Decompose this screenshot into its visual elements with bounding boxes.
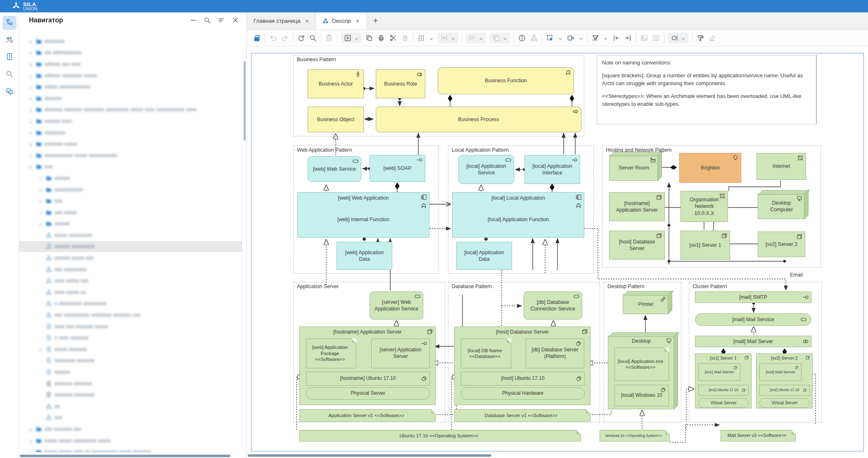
tree-item[interactable]: xxxxx xxxxx xxxxxxxxx xxxxx [19,435,242,446]
tree-item[interactable]: xxx [19,195,242,207]
chevron-right-icon[interactable] [38,176,43,181]
node-sv2-server-container[interactable]: [sv2] Server 2 [sv2] Mail Server [sv2] U… [756,353,813,408]
tree-item[interactable]: xxx [19,412,242,424]
node-local-application-data[interactable]: [local] Application Data [456,242,512,270]
close-icon[interactable] [232,17,239,24]
minimize-icon[interactable] [190,17,197,24]
chevron-right-icon[interactable] [28,39,33,44]
node-local-windows-10[interactable]: [local] Windows 10 [614,385,669,406]
node-mail-service[interactable]: [mail] Mail Service [695,313,811,326]
chevron-right-icon[interactable] [28,84,33,89]
node-local-application-interface[interactable]: [local] Application Interface [524,155,580,184]
node-printer[interactable]: Printer [623,294,669,314]
node-organisation-network[interactable]: Organisation Network 10.0.X.X [681,191,728,222]
tree-item[interactable]: xxxxx xxxxx xxxx xx xxxxxxxxxx xxxxx xxx… [19,446,242,452]
node-application-server-v1[interactable]: Application Server v1 <<Software>> [299,409,436,422]
align-icon[interactable] [468,34,477,42]
tree-item[interactable]: x xxxx xxxxxxx [19,332,242,344]
chevron-right-icon[interactable] [28,438,33,443]
tree-item[interactable]: xxxxxxx xxxxxxx [19,378,242,389]
tree-item[interactable]: xxxxxx xxxx [19,115,242,127]
chevron-right-icon[interactable] [38,210,43,215]
chevron-right-icon[interactable] [38,221,43,226]
node-hostname-application-server-container[interactable]: [hostname] Application Server [web] Appl… [299,327,436,405]
node-business-function[interactable]: Business Function [438,67,574,94]
new-tab-button[interactable]: + [367,12,385,29]
node-hostname-application-server[interactable]: [hostname] Application Server [609,192,665,221]
node-db-connection-service[interactable]: [db] Database Connection Service [524,291,582,320]
tree-item[interactable]: xxhxx xxxxxxxxxxxx [19,81,242,93]
node-host-database-server[interactable]: [host] Database Server [609,231,665,260]
node-windows10-operating-system[interactable]: Windows 10 <<Operating System>> [600,430,670,441]
node-database-server-v1[interactable]: Database Server v1 <<Software>> [454,409,591,422]
delete-icon[interactable] [401,34,409,42]
text-label-icon[interactable] [652,34,660,42]
navigator-vertical-scrollbar[interactable] [244,61,246,141]
canvas-horizontal-scrollbar[interactable] [248,454,491,457]
close-icon[interactable]: × [304,17,309,24]
tree-item[interactable]: xxx xxxxxxx xxx [19,423,242,435]
tree-item[interactable]: xxhxxx xxxxxxxx xxxxx [19,70,242,81]
tree-item[interactable]: xxxxxxx xxxxxxxx [19,389,242,401]
node-sv1-virtual-server[interactable]: Virtual Server [698,398,749,408]
chevron-right-icon[interactable] [28,73,33,78]
duplicate-icon[interactable] [365,34,373,42]
tree-item[interactable]: xxxx xxx xxxxxxx xxxxx [19,321,242,332]
insert-icon[interactable] [440,34,448,42]
layers-icon[interactable] [492,34,500,42]
node-db-database-server-platform[interactable]: [db] Database Server (Platform) [526,339,584,368]
tree-item[interactable]: xxx xxxxx [19,207,242,218]
tree-item[interactable]: xxhxxx xxx xxxt [19,58,242,70]
tree-item[interactable]: xtxxxxx [19,93,242,104]
tree-item[interactable]: xxxxxx [19,218,242,230]
node-hostname-ubuntu[interactable]: [hostname] Ubuntu 17.10 [306,372,430,386]
node-desktop-computer[interactable]: Desktop Computer [758,193,805,219]
node-local-application-service[interactable]: [local] Application Service [458,155,514,184]
chevron-right-icon[interactable] [38,198,43,203]
eraser-icon[interactable] [708,34,716,42]
chevron-right-icon[interactable] [28,119,33,124]
paste-icon[interactable] [325,34,333,42]
chevron-down-icon[interactable] [479,36,484,41]
node-local-application[interactable]: [local] Local Application [local] Applic… [452,192,584,238]
close-icon[interactable]: × [354,17,360,24]
tree-item[interactable]: xxxxxxx xxxxxxx xxxxxxxx xxxxxxxxx xxxxx… [19,104,242,116]
chevron-right-icon[interactable] [28,130,33,135]
chevron-right-icon[interactable] [38,347,43,352]
node-business-process[interactable]: Business Process [376,107,581,132]
rail-search-button[interactable] [2,68,17,82]
image-icon[interactable] [640,34,648,42]
insert-group[interactable] [438,33,458,43]
node-physical-hardware[interactable]: Physical Hardware [461,387,585,400]
tree-item[interactable]: xxx xxxxxxxxx [19,264,242,275]
chevron-down-icon[interactable] [451,36,455,41]
zoom-icon[interactable] [309,34,317,42]
tree-item[interactable]: xxxxxxxx [19,127,242,138]
tree-item[interactable]: xxxxx xxxxxxx [19,344,242,355]
cut-icon[interactable] [389,34,397,42]
chevron-right-icon[interactable] [28,107,33,112]
node-server-web-application-service[interactable]: [server] Web Application Service [370,291,423,320]
naming-conventions-note[interactable]: Note on naming conventions: [square brac… [597,55,817,124]
add-frame-group[interactable] [341,33,361,43]
chevron-down-icon[interactable] [579,36,583,41]
add-frame-icon[interactable] [344,34,352,42]
tree-item[interactable]: xxxxxxxxxxx xxxxx xxxxxxxxxxx [19,150,242,161]
node-host-ubuntu[interactable]: [host] Ubuntu 17.10 [461,372,585,386]
layers-group[interactable] [490,33,510,43]
tree-item[interactable]: xxxxxxx xxxxx [19,138,242,150]
node-web-soap[interactable]: [web] SOAP [370,155,425,182]
chevron-down-icon[interactable] [558,36,563,41]
navigator-horizontal-scrollbar[interactable] [20,455,230,457]
rail-comments-button[interactable] [2,85,17,99]
chevron-down-icon[interactable] [28,164,33,169]
node-sv2-ubuntu[interactable]: [sv2] Ubuntu 17.10 [759,385,810,396]
node-mail-server-v3[interactable]: Mail Server v3 <<Software>> [721,430,796,441]
node-server-application-server[interactable]: [server] Application Server [371,339,430,368]
node-host-database-server-container[interactable]: [host] Database Server [local] DB Name <… [454,327,591,405]
tree-item[interactable]: xhxtxxxx [19,36,242,47]
node-mail-smtp[interactable]: [mail] SMTP [695,291,811,303]
grid-icon[interactable] [417,34,425,42]
align-group[interactable] [466,33,486,43]
tree-item[interactable]: xtx xxhxxxxxxxx [19,47,242,59]
